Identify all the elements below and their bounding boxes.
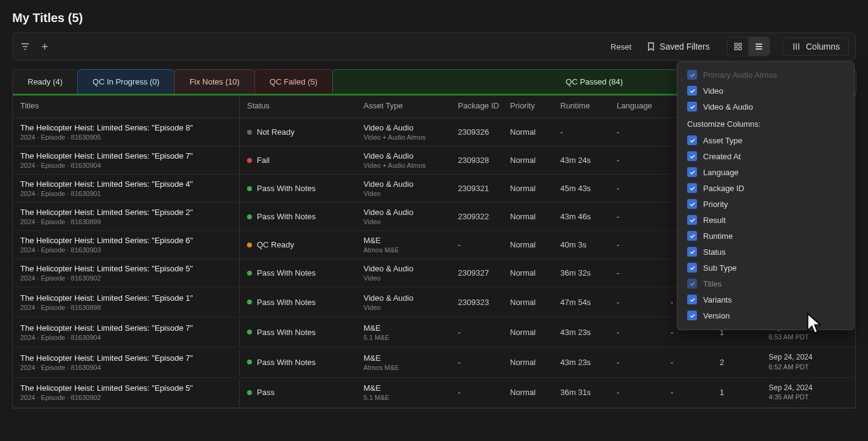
table-row[interactable]: The Helicopter Heist: Limited Series: "E…: [13, 347, 855, 377]
asset-subtype: Video + Audio Atmos: [364, 162, 447, 169]
date-col: Sep 24, 20246:52 AM PDT: [765, 347, 839, 377]
tab-fix-notes[interactable]: Fix Notes (10): [174, 69, 255, 94]
col-header-priority[interactable]: Priority: [506, 94, 557, 118]
status-dot-icon: [247, 158, 252, 163]
columns-panel-item[interactable]: Variants: [677, 292, 854, 307]
columns-panel-item-label: Asset Type: [703, 136, 742, 145]
columns-panel-item[interactable]: Video: [677, 83, 854, 99]
package-id: 2309323: [454, 293, 506, 312]
row-subtitle: 2024 · Episode · 81630899: [20, 218, 232, 225]
columns-panel-item[interactable]: Asset Type: [677, 132, 854, 148]
asset-type: Video & Audio: [364, 123, 447, 132]
status-label: Pass With Notes: [257, 268, 316, 277]
add-filter-icon[interactable]: [39, 40, 51, 53]
columns-panel-item-label: Sub Type: [703, 263, 737, 273]
svg-rect-2: [734, 47, 737, 50]
package-id: 2309321: [454, 179, 506, 198]
columns-panel-item[interactable]: Created At: [677, 148, 854, 164]
language: -: [613, 293, 667, 312]
language: -: [613, 207, 667, 226]
filter-icon[interactable]: [19, 40, 31, 53]
asset-subtype: 5.1 M&E: [364, 394, 447, 401]
row-title: The Helicopter Heist: Limited Series: "E…: [20, 264, 232, 273]
asset-subtype: Video: [364, 304, 447, 311]
col-header-package-id[interactable]: Package ID: [454, 94, 506, 118]
language: -: [613, 123, 667, 141]
table-row[interactable]: The Helicopter Heist: Limited Series: "E…: [13, 378, 855, 408]
row-title: The Helicopter Heist: Limited Series: "E…: [20, 323, 232, 333]
columns-panel-item[interactable]: Sub Type: [677, 260, 854, 276]
columns-panel-item[interactable]: Result: [677, 212, 854, 228]
status-label: Pass With Notes: [257, 328, 316, 337]
tab-qc-in-progress[interactable]: QC In Progress (0): [77, 69, 175, 94]
language: -: [613, 179, 667, 198]
row-subtitle: 2024 · Episode · 81630904: [20, 334, 232, 341]
extra-col: 1: [716, 383, 765, 402]
columns-panel-item-label: Package ID: [703, 184, 744, 193]
columns-panel-item[interactable]: Version: [677, 307, 854, 323]
bookmark-icon: [646, 42, 656, 51]
package-id: -: [454, 353, 506, 372]
status-label: Pass With Notes: [257, 184, 316, 193]
svg-rect-1: [739, 43, 741, 46]
runtime: 47m 54s: [557, 293, 613, 312]
asset-type: Video & Audio: [364, 264, 447, 273]
checkbox-checked-icon: [687, 183, 697, 193]
columns-panel-item[interactable]: Priority: [677, 196, 854, 212]
col-header-runtime[interactable]: Runtime: [557, 94, 613, 118]
status-dot-icon: [247, 300, 252, 304]
extra-col: -: [667, 383, 716, 402]
package-id: -: [454, 383, 506, 402]
grid-view-button[interactable]: [728, 37, 748, 56]
col-header-titles[interactable]: Titles: [13, 94, 240, 118]
tab-ready[interactable]: Ready (4): [12, 69, 78, 94]
columns-panel-item-label: Priority: [703, 200, 728, 209]
row-title: The Helicopter Heist: Limited Series: "E…: [20, 293, 232, 303]
package-id: 2309322: [454, 207, 506, 226]
row-subtitle: 2024 · Episode · 81630898: [20, 304, 232, 311]
runtime: 36m 31s: [557, 383, 613, 402]
saved-filters-button[interactable]: Saved Filters: [641, 39, 715, 54]
columns-button[interactable]: Columns: [782, 37, 849, 56]
runtime: -: [557, 123, 613, 141]
status-label: Fail: [257, 156, 270, 165]
columns-panel-header: Customize Columns:: [677, 115, 854, 132]
columns-panel-item[interactable]: Runtime: [677, 228, 854, 244]
status-label: Not Ready: [257, 127, 294, 137]
svg-rect-3: [739, 47, 741, 50]
col-header-language[interactable]: Language: [613, 94, 667, 118]
asset-subtype: Atmos M&E: [364, 364, 447, 371]
columns-panel-item[interactable]: Status: [677, 244, 854, 260]
view-toggle: [727, 37, 770, 56]
col-header-status[interactable]: Status: [240, 94, 356, 118]
language: -: [613, 383, 667, 402]
row-subtitle: 2024 · Episode · 81630904: [20, 364, 232, 371]
language: -: [613, 353, 667, 372]
columns-label: Columns: [806, 42, 840, 51]
columns-panel-item[interactable]: Language: [677, 164, 854, 180]
priority: Normal: [506, 293, 557, 312]
columns-panel-item-label: Variants: [703, 295, 732, 304]
extra-col: -: [667, 353, 716, 372]
columns-panel-item[interactable]: Primary Audio Atmos: [677, 67, 854, 83]
reset-button[interactable]: Reset: [611, 42, 631, 51]
asset-subtype: Video: [364, 190, 447, 197]
row-title: The Helicopter Heist: Limited Series: "E…: [20, 236, 232, 245]
status-label: Pass With Notes: [257, 298, 316, 307]
list-view-button[interactable]: [748, 37, 769, 56]
columns-panel-item-label: Language: [703, 168, 739, 177]
svg-rect-0: [734, 43, 737, 46]
runtime: 36m 32s: [557, 263, 613, 282]
row-subtitle: 2024 · Episode · 81630903: [20, 246, 232, 254]
tab-qc-failed[interactable]: QC Failed (5): [254, 69, 333, 94]
status-dot-icon: [247, 186, 252, 191]
columns-panel-item[interactable]: Package ID: [677, 180, 854, 196]
page-header: My Titles (5): [0, 0, 868, 32]
col-header-asset-type[interactable]: Asset Type: [356, 94, 454, 118]
asset-subtype: Video: [364, 274, 447, 282]
status-dot-icon: [247, 130, 252, 135]
row-title: The Helicopter Heist: Limited Series: "E…: [20, 151, 232, 160]
status-label: Pass With Notes: [257, 358, 316, 367]
checkbox-checked-icon: [687, 199, 697, 209]
columns-panel-item[interactable]: Video & Audio: [677, 99, 854, 115]
